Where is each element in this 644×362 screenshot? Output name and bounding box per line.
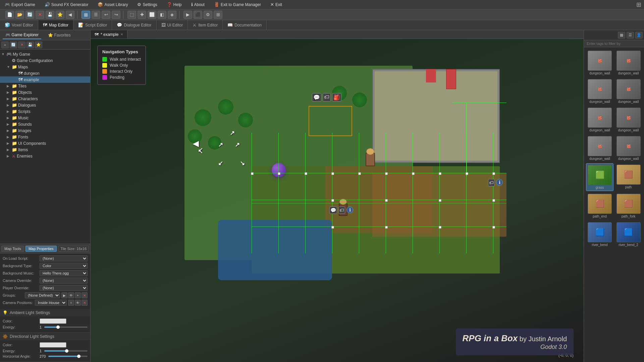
sidebar-tab-favorites[interactable]: ⭐ Favorites <box>45 32 73 39</box>
tree-item-game-config[interactable]: ▶ ⚙ Game Configuration <box>0 57 90 64</box>
cam-override-select[interactable]: (None) <box>40 278 88 284</box>
ambient-energy-slider[interactable] <box>44 326 88 328</box>
tile-item-path[interactable]: 🟫 path <box>615 163 642 191</box>
right-user-btn[interactable]: 👤 <box>635 32 643 39</box>
tab-map-editor[interactable]: 🗺 Map Editor <box>38 20 73 30</box>
tile-item[interactable]: 🧱 dungeon_wall <box>586 135 613 162</box>
sidebar-add-button[interactable]: + <box>1 42 9 48</box>
cam-positions-select[interactable]: Inside House <box>35 300 67 306</box>
menu-sound-fx[interactable]: 🔊 Sound FX Generator <box>43 1 91 8</box>
canvas-tab-close[interactable]: ✕ <box>120 33 123 36</box>
tree-item-ui-components[interactable]: ▶ 📁 UI Components <box>0 140 90 146</box>
canvas-viewport[interactable]: ◀ ↙ ↙ ↗ ↗ ↖ ↗ ↘ <box>91 39 584 362</box>
tree-item-items[interactable]: ▶ 📁 Items <box>0 146 90 153</box>
tab-dialogue-editor[interactable]: 💬 Dialogue Editor <box>112 20 156 30</box>
fill-tool-button[interactable]: ◧ <box>158 11 166 19</box>
settings2-button[interactable]: ⚙ <box>204 11 212 19</box>
menu-asset-library[interactable]: 📦 Asset Library <box>96 1 130 8</box>
dir-energy-slider[interactable] <box>44 350 88 352</box>
tile-item[interactable]: 🧱 dungeon_wall <box>615 135 642 162</box>
tab-ui-editor[interactable]: 🖼 UI Editor <box>157 20 188 30</box>
tab-script-editor[interactable]: 📝 Script Editor <box>73 20 112 30</box>
directional-light-header[interactable]: 🔆 Directional Light Settings <box>0 333 90 340</box>
menu-exit[interactable]: ✕ Exit <box>268 1 284 8</box>
tree-item-dialogues[interactable]: ▶ 📁 Dialogues <box>0 102 90 108</box>
menu-settings[interactable]: ⚙ Settings <box>135 1 159 8</box>
tile-item[interactable]: 🧱 dungeon_wall <box>586 78 613 105</box>
select-tool-button[interactable]: ⬚ <box>127 11 136 19</box>
tile-item-path-fork[interactable]: 🟫 path_fork <box>615 192 642 220</box>
groups-select[interactable]: (None Defined) <box>25 292 60 298</box>
tab-item-editor[interactable]: ⚔ Item Editor <box>188 20 223 30</box>
refresh-button[interactable]: 🔄 <box>25 11 34 19</box>
tree-item-sounds[interactable]: ▶ 📁 Sounds <box>0 121 90 127</box>
stop-button[interactable]: ✕ <box>36 11 44 19</box>
erase-tool-button[interactable]: ⬜ <box>148 11 156 19</box>
right-grid-view-btn[interactable]: ▦ <box>618 32 625 39</box>
tile-item-river-bend[interactable]: 🟦 river_bend <box>586 221 613 248</box>
bg-music-select[interactable]: Hello There.ogg <box>40 270 88 276</box>
tree-item-fonts[interactable]: ▶ 📁 Fonts <box>0 134 90 140</box>
tab-voxel-editor[interactable]: 🧊 Voxel Editor <box>0 20 38 30</box>
bg-type-select[interactable]: Color <box>40 263 88 269</box>
h-angle-slider[interactable] <box>48 356 88 357</box>
group-eye-btn[interactable]: 👁 <box>68 292 74 298</box>
tile-item[interactable]: 🧱 dungeon_wall <box>586 49 613 76</box>
sidebar-stop-button[interactable]: ✕ <box>18 42 25 48</box>
new-button[interactable]: 📄 <box>5 11 14 19</box>
tree-item-tiles[interactable]: ▶ 📁 Tiles <box>0 83 90 89</box>
tile-item[interactable]: 🧱 dungeon_wall <box>586 106 613 133</box>
menu-help[interactable]: ❓ Help <box>165 1 184 8</box>
ambient-color-swatch[interactable] <box>40 318 66 324</box>
tile-item[interactable]: 🧱 dungeon_wall <box>615 78 642 105</box>
cam-del-btn[interactable]: ✕ <box>82 300 88 306</box>
tree-item-maps[interactable]: ▼ 📁 Maps <box>0 64 90 70</box>
tree-item-root[interactable]: ▼ 🎮 My Game <box>0 51 90 57</box>
tile-item-grass[interactable]: 🟩 grass <box>586 163 613 191</box>
save-button[interactable]: 💾 <box>46 11 54 19</box>
open-button[interactable]: 📂 <box>15 11 24 19</box>
cam-add-btn[interactable]: + <box>68 300 74 306</box>
menu-exit-manager[interactable]: 🚪 Exit to Game Manager <box>212 1 263 8</box>
scene-button[interactable]: ⬛ <box>194 11 202 19</box>
group-del-btn[interactable]: ✕ <box>82 292 88 298</box>
back-button[interactable]: ◀ <box>66 11 74 19</box>
sidebar-tab-game-explorer[interactable]: 🎮 Game Explorer <box>3 31 41 39</box>
layout-button[interactable]: ⊞ <box>214 11 222 19</box>
right-list-view-btn[interactable]: ☰ <box>627 32 634 39</box>
player-override-select[interactable]: (None) <box>40 285 88 291</box>
ambient-light-header[interactable]: 💡 Ambient Light Settings <box>0 309 90 316</box>
group-arrow-btn[interactable]: ▶ <box>61 292 67 298</box>
tree-item-example[interactable]: ▶ 🗺 example <box>0 76 90 83</box>
map-properties-tab[interactable]: Map Properties <box>25 246 57 252</box>
paint-tool-button[interactable]: ✚ <box>138 11 146 19</box>
sidebar-star-button[interactable]: ⭐ <box>35 42 42 48</box>
tile-item-path-end[interactable]: 🟫 path_end <box>586 192 613 220</box>
tree-item-music[interactable]: ▶ 📁 Music <box>0 115 90 121</box>
cam-eye-btn[interactable]: 👁 <box>75 300 81 306</box>
redo-button[interactable]: ↪ <box>112 11 120 19</box>
menu-about[interactable]: ℹ About <box>189 1 207 8</box>
undo-button[interactable]: ↩ <box>102 11 110 19</box>
tree-item-objects[interactable]: ▶ 📁 Objects <box>0 89 90 96</box>
dir-color-swatch[interactable] <box>40 342 66 348</box>
tree-item-characters[interactable]: ▶ 📁 Characters <box>0 96 90 102</box>
sidebar-refresh-button[interactable]: 🔄 <box>10 42 17 48</box>
group-add-btn[interactable]: + <box>75 292 81 298</box>
list-view-button[interactable]: ☰ <box>92 11 100 19</box>
tree-item-images[interactable]: ▶ 📁 Images <box>0 127 90 134</box>
grid-view-button[interactable]: ▦ <box>82 11 90 19</box>
tree-item-scripts[interactable]: ▶ 📁 Scripts <box>0 108 90 115</box>
play-button[interactable]: ▶ <box>183 11 192 19</box>
tree-item-enemies[interactable]: ▶ ⚔ Enemies <box>0 153 90 159</box>
eyedrop-tool-button[interactable]: ◈ <box>168 11 176 19</box>
sidebar-save-button[interactable]: 💾 <box>26 42 34 48</box>
search-tags-input[interactable] <box>584 40 644 47</box>
tile-item[interactable]: 🧱 dungeon_wall <box>615 106 642 133</box>
star-button[interactable]: ⭐ <box>56 11 64 19</box>
menu-export-game[interactable]: 🎮 Export Game <box>3 1 37 8</box>
canvas-tab-example[interactable]: 🗺 * example ✕ <box>91 30 127 39</box>
tile-item-river-bend-2[interactable]: 🟦 river_bend_2 <box>615 221 642 248</box>
tile-item[interactable]: 🧱 dungeon_wall <box>615 49 642 76</box>
tab-documentation[interactable]: 📖 Documentation <box>223 20 267 30</box>
